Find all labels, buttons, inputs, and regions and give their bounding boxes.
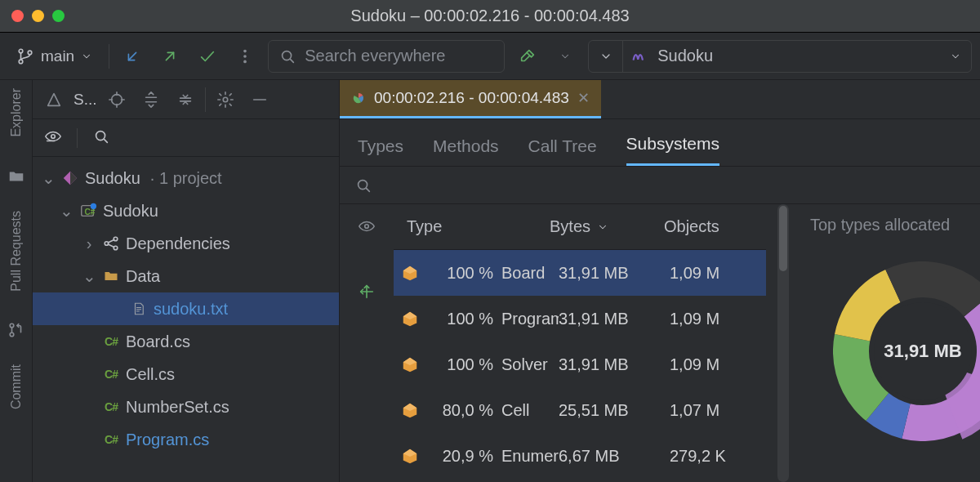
window-controls (0, 10, 74, 22)
triangle-outline-icon (45, 91, 63, 109)
explorer-search-button[interactable] (92, 127, 110, 149)
col-type[interactable]: Type (394, 217, 550, 236)
explorer-settings-button[interactable] (211, 85, 240, 114)
subsystem-icon (401, 447, 419, 465)
scope-button[interactable] (44, 127, 62, 149)
locate-button[interactable] (102, 85, 131, 114)
solution-icon (60, 168, 80, 188)
pull-request-icon[interactable] (5, 319, 28, 341)
titlebar: Sudoku – 00:00:02.216 - 00:00:04.483 (0, 0, 980, 33)
table-row[interactable]: 100 % Solver 31,91 MB 1,09 M (394, 341, 766, 387)
visibility-toggle[interactable] (358, 217, 376, 239)
eye-icon (358, 217, 376, 235)
profiler-icon (351, 91, 366, 105)
hide-panel-button[interactable] (245, 85, 274, 114)
chevron-down-icon: ⌄ (59, 201, 74, 221)
window-title: Sudoku – 00:00:02.216 - 00:00:04.483 (74, 7, 906, 25)
table-body: 100 % Board 31,91 MB 1,09 M 100 % Progra… (394, 250, 766, 479)
svg-point-22 (365, 225, 369, 229)
zoom-window-button[interactable] (52, 10, 65, 22)
structure-view-button[interactable] (39, 85, 69, 114)
tree-solution-root[interactable]: ⌄ Sudoku · 1 project (33, 162, 339, 194)
tab-subsystems[interactable]: Subsystems (626, 134, 719, 166)
table-row[interactable]: 100 % Program 31,91 MB 1,09 M (394, 296, 766, 341)
vcs-commit-button[interactable] (193, 42, 222, 71)
subsystems-table: Type Bytes Objects 100 % Board 31,91 MB (394, 204, 766, 482)
csharp-file-icon: C# (101, 430, 121, 449)
collapse-icon (176, 91, 194, 109)
tree-file-program-cs[interactable]: C# Program.cs (33, 423, 339, 456)
file-label: Cell.cs (126, 365, 175, 384)
expand-all-button[interactable] (136, 85, 166, 114)
dots-vertical-icon (236, 47, 254, 65)
sort-desc-icon (597, 221, 608, 233)
profiler-search[interactable] (340, 167, 980, 204)
donut-center-label: 31,91 MB (874, 302, 972, 400)
navigate-button[interactable] (358, 283, 376, 304)
tree-dependencies[interactable]: › Dependencies (33, 227, 339, 260)
separator (205, 87, 206, 112)
crosshair-icon (358, 283, 376, 301)
svg-point-6 (283, 51, 292, 60)
editor-area: 00:00:02.216 - 00:00:04.483 ✕ Types Meth… (340, 80, 980, 482)
expand-icon (142, 91, 160, 109)
run-config-picker[interactable]: Sudoku (588, 40, 972, 73)
main-toolbar: main Search everywhere Sudoku (0, 33, 980, 80)
table-row[interactable]: 20,9 % Enumerator 6,67 MB 279,2 K (394, 433, 766, 479)
svg-point-17 (91, 203, 96, 209)
dependencies-icon (101, 234, 121, 253)
tree-folder-data[interactable]: ⌄ Data (33, 260, 339, 292)
col-objects[interactable]: Objects (664, 217, 766, 236)
gear-icon (216, 91, 234, 109)
tree-project[interactable]: ⌄ C# Sudoku (33, 194, 339, 227)
editor-tab-label: 00:00:02.216 - 00:00:04.483 (374, 89, 569, 107)
table-row[interactable]: 80,0 % Cell 25,51 MB 1,07 M (394, 387, 766, 433)
allocation-donut-chart[interactable]: 31,91 MB (833, 261, 980, 441)
vcs-branch-picker[interactable]: main (8, 42, 100, 71)
structure-label: S... (74, 91, 97, 109)
col-bytes[interactable]: Bytes (550, 217, 664, 236)
table-scrollbar[interactable] (777, 204, 789, 482)
search-icon (278, 47, 296, 65)
file-label: sudoku.txt (154, 300, 228, 319)
tree-file-sudoku-txt[interactable]: sudoku.txt (33, 292, 339, 325)
svg-point-9 (111, 94, 122, 105)
tool-commit[interactable]: Commit (9, 359, 24, 414)
minimize-window-button[interactable] (32, 10, 44, 22)
vcs-push-button[interactable] (155, 42, 185, 71)
profiler-body: Type Bytes Objects 100 % Board 31,91 MB (340, 204, 980, 482)
tree-file-board-cs[interactable]: C# Board.cs (33, 325, 339, 358)
close-window-button[interactable] (11, 10, 24, 22)
tool-explorer[interactable]: Explorer (9, 83, 24, 142)
file-label: Program.cs (126, 431, 209, 449)
tab-methods[interactable]: Methods (433, 136, 499, 166)
editor-tab-profiler[interactable]: 00:00:02.216 - 00:00:04.483 ✕ (340, 80, 601, 118)
minus-icon (251, 91, 269, 109)
tree-file-cell-cs[interactable]: C# Cell.cs (33, 358, 339, 391)
svg-point-12 (96, 131, 105, 140)
tab-types[interactable]: Types (358, 136, 403, 166)
project-name: Sudoku (103, 202, 158, 221)
tool-pull-requests[interactable]: Pull Requests (9, 206, 24, 297)
svg-marker-14 (70, 172, 77, 185)
vcs-more-button[interactable] (230, 42, 260, 71)
project-tree[interactable]: ⌄ Sudoku · 1 project ⌄ C# Sudoku › D (33, 157, 339, 482)
vcs-update-button[interactable] (118, 42, 147, 71)
chevron-down-icon (559, 51, 571, 62)
profiler-gutter (340, 204, 394, 482)
build-button[interactable] (513, 42, 542, 71)
close-tab-button[interactable]: ✕ (577, 89, 590, 107)
collapse-all-button[interactable] (171, 85, 200, 114)
svg-point-10 (223, 97, 228, 102)
tab-call-tree[interactable]: Call Tree (528, 136, 597, 166)
branch-name: main (41, 47, 74, 65)
scrollbar-thumb[interactable] (779, 206, 787, 271)
subsystem-icon (401, 401, 419, 419)
folder-icon[interactable] (5, 165, 28, 188)
table-row[interactable]: 100 % Board 31,91 MB 1,09 M (394, 250, 766, 296)
run-config-expand[interactable] (589, 41, 623, 72)
build-more-button[interactable] (550, 42, 580, 71)
branch-icon (16, 47, 34, 65)
search-everywhere[interactable]: Search everywhere (268, 40, 505, 73)
tree-file-numberset-cs[interactable]: C# NumberSet.cs (33, 391, 339, 423)
